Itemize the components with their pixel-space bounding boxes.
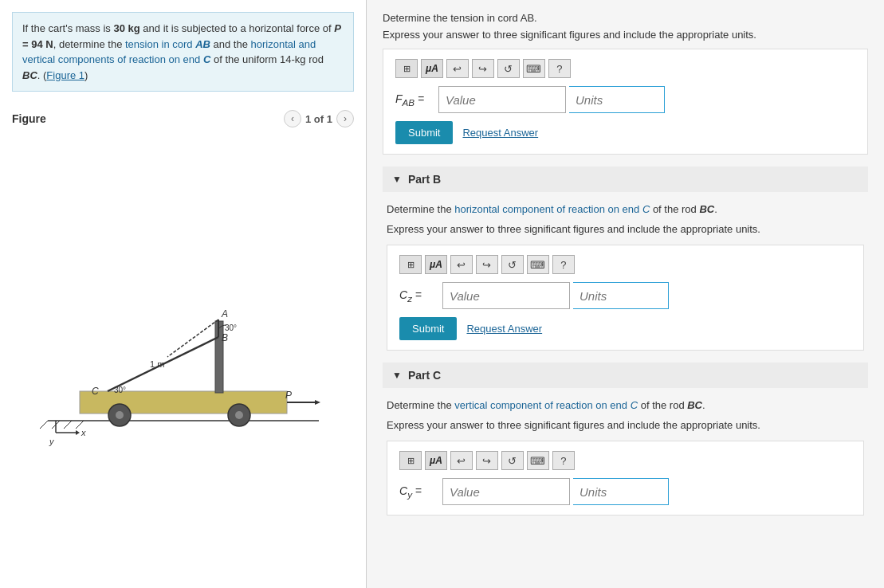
part-b-instruction-2: Express your answer to three significant… (387, 221, 864, 237)
part-c-label: Part C (408, 369, 441, 382)
part-c-units-input[interactable] (573, 478, 669, 505)
part-b-submit-button[interactable]: Submit (399, 317, 457, 340)
mu-button[interactable]: μA (421, 59, 443, 78)
part-a-input-row: FAB = (395, 86, 855, 113)
svg-marker-26 (315, 400, 320, 405)
part-b-refresh-icon: ↺ (508, 259, 517, 271)
part-b-button-row: Submit Request Answer (399, 317, 851, 340)
svg-text:y: y (49, 437, 55, 446)
svg-line-1 (40, 421, 48, 429)
part-b-answer-box: ⊞ μA ↩ ↪ ↺ ⌨ (387, 245, 864, 351)
part-c-value-input[interactable] (442, 478, 570, 505)
svg-text:A: A (221, 308, 228, 319)
right-panel: Determine the tension in cord AB. Expres… (367, 0, 884, 588)
svg-line-18 (167, 319, 218, 357)
part-a-submit-button[interactable]: Submit (395, 121, 453, 144)
part-c-label: Cy = (399, 484, 439, 500)
part-a-instruction-2: Express your answer to three significant… (383, 29, 868, 41)
refresh-button[interactable]: ↺ (497, 59, 520, 78)
svg-text:1 m: 1 m (150, 359, 164, 369)
help-button[interactable]: ? (548, 59, 571, 78)
part-b-grid-icon: ⊞ (407, 260, 414, 270)
part-a-label: FAB = (395, 92, 435, 108)
figure-area: x y A B C (0, 134, 366, 588)
part-b-request-answer-button[interactable]: Request Answer (466, 323, 542, 335)
part-a-units-input[interactable] (569, 86, 665, 113)
part-c-refresh-button[interactable]: ↺ (501, 451, 524, 470)
figure-next-button[interactable]: › (336, 110, 354, 127)
part-a-value-input[interactable] (438, 86, 566, 113)
part-b-label: Cz = (399, 288, 439, 304)
part-c-undo-button[interactable]: ↩ (450, 451, 473, 470)
part-c-help-button[interactable]: ? (552, 451, 575, 470)
refresh-icon: ↺ (504, 63, 513, 75)
part-c-answer-box: ⊞ μA ↩ ↪ ↺ ⌨ (387, 441, 864, 515)
help-icon: ? (556, 63, 562, 75)
svg-line-3 (64, 421, 72, 429)
mu-icon: μA (426, 63, 438, 74)
part-a-answer-box: ⊞ μA ↩ ↪ ↺ ⌨ ? FAB = (383, 49, 868, 155)
svg-text:x: x (81, 428, 86, 437)
undo-button[interactable]: ↩ (446, 59, 469, 78)
part-b-redo-icon: ↪ (482, 259, 491, 271)
part-b-arrow: ▼ (392, 174, 402, 185)
part-c-keyboard-button[interactable]: ⌨ (527, 451, 549, 470)
part-a-toolbar: ⊞ μA ↩ ↪ ↺ ⌨ ? (395, 59, 855, 78)
part-c-mu-button[interactable]: μA (425, 451, 447, 470)
figure-navigation: ‹ 1 of 1 › (284, 110, 354, 127)
part-c-mu-icon: μA (430, 455, 442, 466)
problem-statement: If the cart's mass is 30 kg and it is su… (12, 12, 354, 92)
part-b-keyboard-icon: ⌨ (530, 259, 545, 271)
keyboard-button[interactable]: ⌨ (523, 59, 545, 78)
part-c-redo-button[interactable]: ↪ (476, 451, 498, 470)
part-c-grid-icon: ⊞ (407, 456, 414, 466)
part-c-instruction-1: Determine the vertical component of reac… (387, 398, 864, 414)
part-b-undo-icon: ↩ (457, 259, 466, 271)
part-b-refresh-button[interactable]: ↺ (501, 255, 524, 274)
svg-text:C: C (92, 386, 99, 397)
svg-marker-7 (76, 430, 80, 435)
part-b-mu-icon: μA (430, 259, 442, 270)
part-b-grid-button[interactable]: ⊞ (399, 255, 422, 274)
svg-point-12 (116, 411, 124, 419)
redo-button[interactable]: ↪ (472, 59, 494, 78)
part-b-redo-button[interactable]: ↪ (476, 255, 498, 274)
part-c-instruction-2: Express your answer to three significant… (387, 417, 864, 433)
keyboard-icon: ⌨ (526, 63, 541, 75)
part-c-arrow: ▼ (392, 370, 402, 381)
part-b-help-icon: ? (560, 259, 566, 271)
svg-text:30°: 30° (114, 386, 126, 394)
svg-text:30°: 30° (225, 323, 237, 332)
grid-icon: ⊞ (403, 64, 411, 74)
part-b-header[interactable]: ▼ Part B (383, 167, 868, 192)
part-c-keyboard-icon: ⌨ (530, 455, 545, 467)
part-b-mu-button[interactable]: μA (425, 255, 447, 274)
part-c-redo-icon: ↪ (482, 455, 491, 467)
part-c-section: ▼ Part C Determine the vertical componen… (383, 363, 868, 515)
part-a-request-answer-button[interactable]: Request Answer (462, 127, 538, 139)
cart-diagram: x y A B C (32, 265, 335, 457)
svg-text:B: B (222, 332, 228, 343)
part-b-section: ▼ Part B Determine the horizontal compon… (383, 167, 868, 351)
part-b-undo-button[interactable]: ↩ (450, 255, 473, 274)
part-c-toolbar: ⊞ μA ↩ ↪ ↺ ⌨ (399, 451, 851, 470)
part-b-label: Part B (408, 173, 441, 186)
figure-section-header: Figure ‹ 1 of 1 › (0, 104, 366, 134)
figure-prev-button[interactable]: ‹ (284, 110, 301, 127)
part-c-header[interactable]: ▼ Part C (383, 363, 868, 388)
part-b-keyboard-button[interactable]: ⌨ (527, 255, 549, 274)
part-c-content: Determine the vertical component of reac… (383, 398, 868, 515)
grid-button[interactable]: ⊞ (395, 59, 418, 78)
part-b-units-input[interactable] (573, 282, 669, 309)
part-b-help-button[interactable]: ? (552, 255, 575, 274)
part-b-value-input[interactable] (442, 282, 570, 309)
undo-icon: ↩ (453, 63, 462, 75)
part-b-toolbar: ⊞ μA ↩ ↪ ↺ ⌨ (399, 255, 851, 274)
part-a-button-row: Submit Request Answer (395, 121, 855, 144)
figure-page-indicator: 1 of 1 (305, 113, 332, 125)
redo-icon: ↪ (478, 63, 487, 75)
part-c-grid-button[interactable]: ⊞ (399, 451, 422, 470)
svg-text:P: P (285, 390, 292, 401)
part-c-input-row: Cy = (399, 478, 851, 505)
svg-point-14 (235, 411, 243, 419)
